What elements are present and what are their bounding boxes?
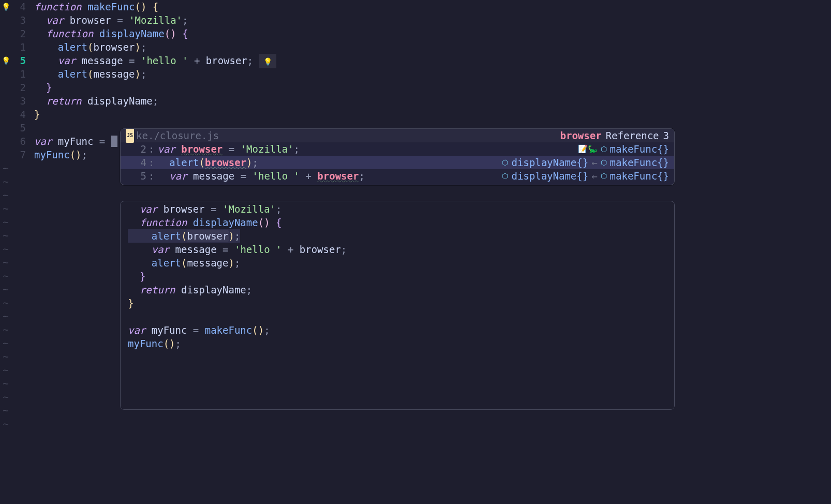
matched-word: browser: [181, 142, 222, 156]
reference-line-number: 4: [130, 156, 146, 169]
arrow-left-icon: ←: [591, 156, 597, 169]
references-list[interactable]: 2:var browser = 'Mozilla';📝🦕 ⬡ makeFunc{…: [121, 142, 674, 185]
preview-line[interactable]: alert(message);: [128, 256, 667, 270]
reference-count: 3: [663, 129, 669, 142]
reference-line-number: 2: [130, 142, 146, 156]
sign-cell: [0, 27, 11, 40]
references-popup[interactable]: JS ke./closure.js browser Reference 3 2:…: [120, 128, 675, 185]
sign-cell: [0, 108, 11, 121]
line-number: 2: [11, 81, 26, 94]
reference-scope: 📝🦕 ⬡ makeFunc{}: [578, 142, 669, 156]
preview-line[interactable]: }: [128, 297, 667, 310]
line-number: 5: [11, 121, 26, 135]
reference-scope: ⬡ displayName{} ← ⬡ makeFunc{}: [502, 156, 669, 169]
line-number: 3: [11, 94, 26, 108]
sign-column: 💡💡~~~~~~~~~~~~~~~~~~~~: [0, 0, 11, 504]
references-header: JS ke./closure.js browser Reference 3: [121, 129, 674, 142]
code-line[interactable]: }: [34, 81, 831, 94]
cursor: [111, 136, 117, 147]
cube-icon: ⬡: [502, 156, 508, 169]
sign-cell: [0, 67, 11, 81]
preview-line[interactable]: return displayName;: [128, 283, 667, 297]
cube-icon: ⬡: [601, 169, 607, 183]
line-number: 6: [11, 135, 26, 148]
line-number: 4: [11, 108, 26, 121]
code-line[interactable]: var message = 'hello ' + browser;💡: [34, 54, 831, 67]
note-icon: 📝🦕: [578, 142, 598, 156]
preview-line[interactable]: }: [128, 270, 667, 283]
preview-line[interactable]: var browser = 'Mozilla';: [128, 202, 667, 216]
cube-icon: ⬡: [601, 156, 607, 169]
code-line[interactable]: alert(message);: [34, 67, 831, 81]
code-line[interactable]: function makeFunc() {: [34, 0, 831, 13]
file-path: ./closure.js: [148, 130, 219, 141]
sign-cell: 💡: [0, 0, 11, 13]
line-number: 1: [11, 67, 26, 81]
code-line[interactable]: }: [34, 108, 831, 121]
sign-cell: [0, 81, 11, 94]
file-prefix: ke: [136, 130, 148, 141]
code-line[interactable]: var browser = 'Mozilla';: [34, 13, 831, 27]
sign-cell: [0, 40, 11, 54]
sign-cell: [0, 135, 11, 148]
code-line[interactable]: alert(browser);: [34, 40, 831, 54]
sign-cell: [0, 13, 11, 27]
sign-cell: [0, 94, 11, 108]
arrow-left-icon: ←: [591, 169, 597, 183]
inline-lightbulb-icon[interactable]: 💡: [259, 54, 276, 68]
reference-row[interactable]: 2:var browser = 'Mozilla';📝🦕 ⬡ makeFunc{…: [121, 142, 674, 156]
cube-icon: ⬡: [502, 169, 508, 183]
js-file-icon: JS: [126, 128, 134, 143]
preview-line[interactable]: alert(browser);: [128, 229, 667, 243]
preview-line[interactable]: var myFunc = makeFunc();: [128, 323, 667, 337]
reference-word: browser: [560, 129, 602, 142]
line-number: 4: [11, 0, 26, 13]
matched-word: browser: [317, 169, 359, 183]
matched-word: browser: [205, 156, 246, 169]
lightbulb-icon[interactable]: 💡: [2, 0, 10, 13]
line-number: 2: [11, 27, 26, 40]
code-line[interactable]: function displayName() {: [34, 27, 831, 40]
preview-line[interactable]: [128, 310, 667, 323]
lightbulb-icon[interactable]: 💡: [2, 54, 10, 67]
line-number: 5: [11, 54, 26, 67]
reference-label: Reference: [606, 129, 659, 142]
preview-line[interactable]: function displayName() {: [128, 216, 667, 229]
line-number: 3: [11, 13, 26, 27]
line-number: 1: [11, 40, 26, 54]
cube-icon: ⬡: [601, 142, 607, 156]
line-number-gutter: 432151234567: [11, 0, 29, 504]
sign-cell: [0, 121, 11, 135]
reference-row[interactable]: 5: var message = 'hello ' + browser;⬡ di…: [121, 169, 674, 183]
preview-line[interactable]: myFunc();: [128, 337, 667, 350]
line-number: 7: [11, 148, 26, 161]
sign-cell: 💡: [0, 54, 11, 67]
code-line[interactable]: return displayName;: [34, 94, 831, 108]
reference-row[interactable]: 4: alert(browser);⬡ displayName{} ← ⬡ ma…: [121, 156, 674, 169]
reference-scope: ⬡ displayName{} ← ⬡ makeFunc{}: [502, 169, 669, 183]
preview-panel[interactable]: var browser = 'Mozilla'; function displa…: [120, 201, 675, 410]
reference-line-number: 5: [130, 169, 146, 183]
preview-line[interactable]: var message = 'hello ' + browser;: [128, 243, 667, 256]
sign-cell: [0, 148, 11, 161]
